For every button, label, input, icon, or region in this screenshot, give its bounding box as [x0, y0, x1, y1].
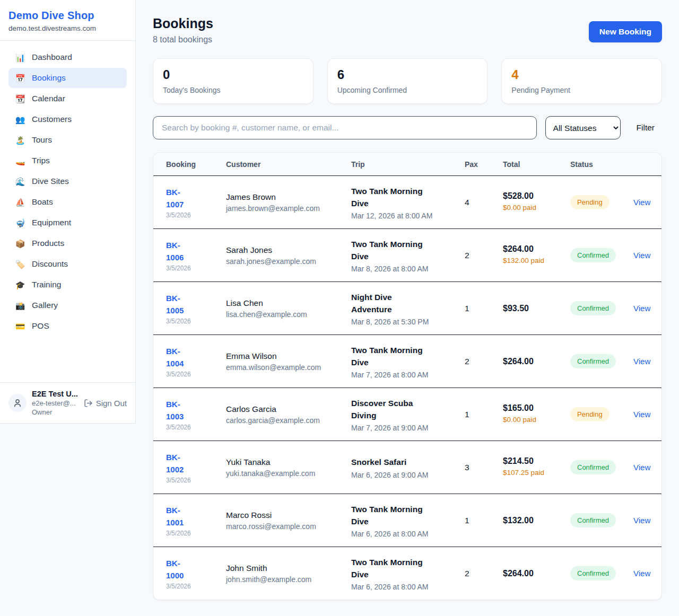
island-icon: 🏝️ — [15, 136, 25, 144]
booking-date: 3/5/2026 — [166, 530, 219, 537]
sidebar-item-label: Dashboard — [32, 52, 72, 62]
paid-amount: $0.00 paid — [503, 415, 545, 425]
sidebar-item-bookings[interactable]: 📅Bookings — [8, 68, 127, 88]
package-icon: 📦 — [15, 240, 25, 248]
sidebar-item-boats[interactable]: ⛵Boats — [8, 192, 127, 212]
customer-name: James Brown — [226, 192, 344, 202]
search-input[interactable] — [153, 116, 537, 139]
user-name: E2E Test U... — [32, 390, 79, 398]
column-header-total: Total — [503, 160, 570, 169]
pax-count: 4 — [465, 198, 503, 207]
wave-icon: 🌊 — [15, 178, 25, 186]
status-badge: Confirmed — [570, 301, 616, 315]
trip-name: Two Tank Morning Dive — [351, 344, 433, 369]
booking-id-link[interactable]: BK-1004 — [166, 345, 194, 370]
view-link[interactable]: View — [633, 516, 650, 525]
column-header-trip: Trip — [351, 160, 465, 169]
booking-id-link[interactable]: BK-1001 — [166, 504, 194, 529]
sidebar-item-dashboard[interactable]: 📊Dashboard — [8, 47, 127, 67]
customer-email: lisa.chen@example.com — [226, 310, 344, 319]
paid-amount: $132.00 paid — [503, 256, 545, 266]
trip-time: Mar 7, 2026 at 9:00 AM — [351, 424, 457, 432]
total-amount: $264.00 — [503, 569, 563, 578]
diving-mask-icon: 🤿 — [15, 219, 25, 227]
sign-out-button[interactable]: Sign Out — [84, 399, 127, 408]
table-row: BK-1000 3/5/2026 John Smith john.smith@e… — [153, 547, 661, 600]
sidebar-item-training[interactable]: 🎓Training — [8, 275, 127, 295]
total-amount: $264.00 — [503, 357, 563, 366]
customer-email: yuki.tanaka@example.com — [226, 469, 344, 478]
trip-name: Discover Scuba Diving — [351, 397, 433, 422]
sidebar-item-equipment[interactable]: 🤿Equipment — [8, 213, 127, 233]
controls-row: All Statuses Filter — [153, 116, 662, 139]
page-title: Bookings — [153, 16, 213, 31]
trip-time: Mar 7, 2026 at 8:00 AM — [351, 371, 457, 379]
booking-id-link[interactable]: BK-1002 — [166, 451, 194, 476]
booking-id-link[interactable]: BK-1003 — [166, 398, 194, 423]
sidebar-item-dive-sites[interactable]: 🌊Dive Sites — [8, 171, 127, 191]
pax-count: 1 — [465, 410, 503, 419]
booking-id-link[interactable]: BK-1007 — [166, 186, 194, 211]
sidebar-item-pos[interactable]: 💳POS — [8, 316, 127, 336]
table-header-row: BookingCustomerTripPaxTotalStatus — [153, 153, 661, 175]
stat-card-pending-payment: 4Pending Payment — [501, 58, 662, 104]
sidebar-item-label: Customers — [32, 115, 72, 124]
sidebar-item-customers[interactable]: 👥Customers — [8, 109, 127, 129]
shop-domain: demo.test.divestreams.com — [8, 24, 127, 32]
status-badge: Pending — [570, 407, 610, 421]
booking-id-link[interactable]: BK-1006 — [166, 239, 194, 264]
sidebar-item-label: Trips — [32, 156, 50, 165]
column-header-status: Status — [570, 160, 633, 169]
customer-name: Emma Wilson — [226, 351, 344, 361]
main-content: Bookings 8 total bookings New Booking 0T… — [136, 0, 679, 616]
trip-name: Snorkel Safari — [351, 456, 433, 468]
sidebar-item-discounts[interactable]: 🏷️Discounts — [8, 254, 127, 274]
booking-id-link[interactable]: BK-1005 — [166, 292, 194, 317]
shop-name[interactable]: Demo Dive Shop — [8, 10, 127, 22]
trip-name: Two Tank Morning Dive — [351, 556, 433, 581]
table-body: BK-1007 3/5/2026 James Brown james.brown… — [153, 175, 661, 600]
view-link[interactable]: View — [633, 251, 650, 260]
view-link[interactable]: View — [633, 357, 650, 366]
paid-amount: $107.25 paid — [503, 468, 545, 478]
table-row: BK-1001 3/5/2026 Marco Rossi marco.rossi… — [153, 494, 661, 547]
sidebar-item-label: Discounts — [32, 259, 68, 269]
customer-name: Marco Rossi — [226, 511, 344, 520]
bar-chart-icon: 📊 — [15, 54, 25, 61]
sidebar-item-trips[interactable]: 🚤Trips — [8, 151, 127, 171]
trip-name: Two Tank Morning Dive — [351, 238, 433, 263]
stat-label: Upcoming Confirmed — [337, 86, 478, 94]
total-amount: $93.50 — [503, 304, 563, 313]
total-amount: $528.00 — [503, 191, 563, 201]
booking-date: 3/5/2026 — [166, 212, 219, 219]
view-link[interactable]: View — [633, 198, 650, 207]
sidebar-item-label: Calendar — [32, 94, 65, 103]
stat-label: Today's Bookings — [163, 86, 303, 94]
sidebar-item-label: Bookings — [32, 73, 66, 83]
customer-name: Lisa Chen — [226, 298, 344, 308]
customer-name: John Smith — [226, 564, 344, 573]
customer-email: emma.wilson@example.com — [226, 363, 344, 372]
trip-name: Two Tank Morning Dive — [351, 185, 433, 210]
filter-button[interactable]: Filter — [629, 118, 662, 138]
sidebar-item-label: Tours — [32, 135, 52, 145]
calendar-icon: 📅 — [15, 74, 25, 82]
pax-count: 2 — [465, 357, 503, 366]
sidebar-item-tours[interactable]: 🏝️Tours — [8, 130, 127, 150]
sidebar-item-gallery[interactable]: 📸Gallery — [8, 295, 127, 315]
view-link[interactable]: View — [633, 463, 650, 472]
sidebar-item-calendar[interactable]: 📆Calendar — [8, 89, 127, 109]
view-link[interactable]: View — [633, 569, 650, 578]
sidebar-item-products[interactable]: 📦Products — [8, 233, 127, 253]
table-row: BK-1005 3/5/2026 Lisa Chen lisa.chen@exa… — [153, 281, 661, 335]
trip-time: Mar 8, 2026 at 8:00 AM — [351, 265, 457, 273]
credit-card-icon: 💳 — [15, 322, 25, 330]
view-link[interactable]: View — [633, 410, 650, 419]
view-link[interactable]: View — [633, 304, 650, 313]
booking-id-link[interactable]: BK-1000 — [166, 557, 194, 582]
new-booking-button[interactable]: New Booking — [589, 21, 662, 42]
trip-time: Mar 12, 2026 at 8:00 AM — [351, 212, 457, 220]
status-badge: Confirmed — [570, 513, 616, 527]
status-filter-select[interactable]: All Statuses — [545, 116, 621, 139]
sidebar-item-label: Gallery — [32, 301, 58, 310]
